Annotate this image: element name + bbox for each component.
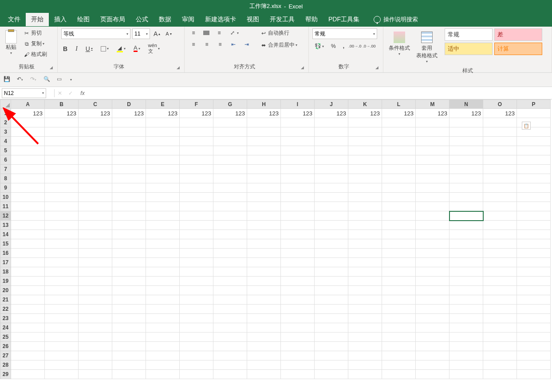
cell-I12[interactable] (281, 211, 315, 221)
format-painter-button[interactable]: 🖌 格式刷 (21, 50, 49, 59)
cell-D19[interactable] (112, 277, 146, 286)
cell-J28[interactable] (315, 360, 348, 370)
cell-D7[interactable] (112, 165, 146, 174)
cell-O14[interactable] (483, 230, 517, 239)
row-header-26[interactable]: 26 (0, 342, 11, 351)
cell-E28[interactable] (146, 360, 180, 370)
cell-K5[interactable] (348, 146, 382, 155)
cell-D9[interactable] (112, 183, 146, 193)
cell-E12[interactable] (146, 211, 180, 221)
cell-H23[interactable] (247, 314, 281, 323)
column-header-G[interactable]: G (213, 100, 247, 109)
cell-M4[interactable] (416, 137, 449, 146)
phonetic-button[interactable]: wén文▾ (146, 42, 162, 55)
cell-M19[interactable] (416, 277, 449, 286)
cell-D14[interactable] (112, 230, 146, 239)
cell-E10[interactable] (146, 193, 180, 202)
cell-B3[interactable] (45, 127, 79, 137)
cell-G23[interactable] (213, 314, 247, 323)
cell-G28[interactable] (213, 360, 247, 370)
row-header-8[interactable]: 8 (0, 174, 11, 183)
cell-L4[interactable] (382, 137, 416, 146)
cell-I4[interactable] (281, 137, 315, 146)
cell-D12[interactable] (112, 211, 146, 221)
cell-P29[interactable] (517, 370, 551, 379)
border-button[interactable]: ▾ (99, 45, 110, 52)
cell-M13[interactable] (416, 221, 449, 230)
cell-I9[interactable] (281, 183, 315, 193)
cell-O1[interactable]: 123 (483, 109, 517, 118)
cell-B21[interactable] (45, 295, 79, 305)
increase-font-button[interactable]: A▴ (152, 29, 162, 38)
cell-F29[interactable] (180, 370, 213, 379)
cell-D23[interactable] (112, 314, 146, 323)
cell-K11[interactable] (348, 202, 382, 211)
row-header-15[interactable]: 15 (0, 239, 11, 249)
cell-K7[interactable] (348, 165, 382, 174)
cell-A6[interactable] (11, 155, 45, 165)
column-header-H[interactable]: H (247, 100, 281, 109)
cell-J20[interactable] (315, 286, 348, 295)
cell-I11[interactable] (281, 202, 315, 211)
percent-button[interactable]: % (329, 42, 338, 50)
row-header-11[interactable]: 11 (0, 202, 11, 211)
cell-L28[interactable] (382, 360, 416, 370)
cell-I20[interactable] (281, 286, 315, 295)
cell-J12[interactable] (315, 211, 348, 221)
cell-C24[interactable] (79, 323, 112, 333)
cell-G18[interactable] (213, 267, 247, 277)
cell-J21[interactable] (315, 295, 348, 305)
cell-E15[interactable] (146, 239, 180, 249)
cell-C17[interactable] (79, 258, 112, 267)
cell-A22[interactable] (11, 305, 45, 314)
align-center-button[interactable]: ≡ (201, 40, 212, 49)
row-header-16[interactable]: 16 (0, 249, 11, 258)
cell-B10[interactable] (45, 193, 79, 202)
orientation-button[interactable]: ⤢▾ (227, 28, 241, 37)
cell-B28[interactable] (45, 360, 79, 370)
cell-B5[interactable] (45, 146, 79, 155)
row-header-24[interactable]: 24 (0, 323, 11, 333)
row-header-29[interactable]: 29 (0, 370, 11, 379)
cell-A4[interactable] (11, 137, 45, 146)
align-middle-button[interactable] (201, 30, 211, 36)
cell-N26[interactable] (449, 342, 483, 351)
cell-J7[interactable] (315, 165, 348, 174)
decrease-indent-button[interactable]: ⇤ (228, 40, 239, 49)
row-header-22[interactable]: 22 (0, 305, 11, 314)
cell-I23[interactable] (281, 314, 315, 323)
cell-K24[interactable] (348, 323, 382, 333)
cell-P24[interactable] (517, 323, 551, 333)
cell-B22[interactable] (45, 305, 79, 314)
cell-B18[interactable] (45, 267, 79, 277)
cell-P20[interactable] (517, 286, 551, 295)
cell-E3[interactable] (146, 127, 180, 137)
cell-N12[interactable] (449, 211, 483, 221)
cell-L9[interactable] (382, 183, 416, 193)
cell-M22[interactable] (416, 305, 449, 314)
cell-P6[interactable] (517, 155, 551, 165)
formula-bar[interactable] (87, 88, 552, 98)
cell-H16[interactable] (247, 249, 281, 258)
cell-G24[interactable] (213, 323, 247, 333)
cell-O11[interactable] (483, 202, 517, 211)
cell-N17[interactable] (449, 258, 483, 267)
paste-button[interactable]: 粘贴 ▾ (4, 28, 19, 57)
cell-O22[interactable] (483, 305, 517, 314)
cell-K3[interactable] (348, 127, 382, 137)
cell-K22[interactable] (348, 305, 382, 314)
cell-E5[interactable] (146, 146, 180, 155)
cell-D22[interactable] (112, 305, 146, 314)
cell-B17[interactable] (45, 258, 79, 267)
cell-L13[interactable] (382, 221, 416, 230)
cell-F16[interactable] (180, 249, 213, 258)
cell-A25[interactable] (11, 333, 45, 342)
cell-P8[interactable] (517, 174, 551, 183)
cell-N9[interactable] (449, 183, 483, 193)
cell-J17[interactable] (315, 258, 348, 267)
cell-N29[interactable] (449, 370, 483, 379)
cell-H26[interactable] (247, 342, 281, 351)
tab-页面布局[interactable]: 页面布局 (95, 13, 130, 26)
dialog-launcher-icon[interactable]: ◢ (375, 65, 379, 70)
cell-P15[interactable] (517, 239, 551, 249)
